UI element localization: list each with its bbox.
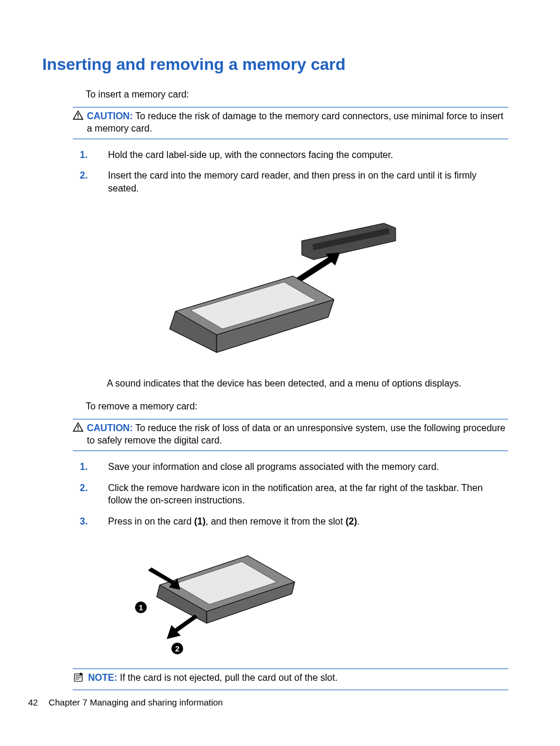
caution-text: To reduce the risk of loss of data or an… — [87, 423, 505, 446]
caution-remove: CAUTION: To reduce the risk of loss of d… — [73, 419, 508, 451]
step-item: Save your information and close all prog… — [80, 461, 508, 473]
page-number: 42 — [28, 697, 38, 707]
insert-result: A sound indicates that the device has be… — [107, 377, 508, 390]
caution-text: To reduce the risk of damage to the memo… — [87, 111, 503, 134]
note: NOTE: If the card is not ejected, pull t… — [73, 668, 508, 690]
caution-insert: CAUTION: To reduce the risk of damage to… — [73, 107, 508, 139]
remove-steps: Save your information and close all prog… — [80, 461, 508, 527]
chapter-title: Chapter 7 Managing and sharing informati… — [49, 697, 223, 707]
note-text: If the card is not ejected, pull the car… — [120, 673, 338, 683]
svg-rect-2 — [77, 425, 79, 428]
figure-insert-card — [152, 206, 399, 364]
insert-steps: Hold the card label-side up, with the co… — [80, 149, 508, 195]
step-item: Click the remove hardware icon in the no… — [80, 482, 508, 507]
svg-text:2: 2 — [175, 644, 179, 653]
svg-rect-1 — [77, 117, 79, 118]
intro-remove: To remove a memory card: — [86, 400, 508, 413]
step-text: Save your information and close all prog… — [108, 461, 508, 473]
caution-icon — [73, 422, 83, 435]
step-text: Click the remove hardware icon in the no… — [108, 482, 508, 507]
page-footer: 42 Chapter 7 Managing and sharing inform… — [28, 697, 223, 707]
caution-icon — [73, 110, 83, 123]
section-heading: Inserting and removing a memory card — [42, 55, 508, 74]
figure-remove-card: 1 2 — [130, 538, 306, 656]
step-item: Insert the card into the memory card rea… — [80, 169, 508, 194]
note-label: NOTE: — [88, 673, 117, 683]
svg-text:1: 1 — [139, 603, 143, 612]
step-text: Press in on the card (1), and then remov… — [108, 515, 508, 528]
intro-insert: To insert a memory card: — [86, 88, 508, 101]
svg-rect-0 — [77, 113, 79, 116]
svg-rect-3 — [77, 429, 79, 430]
step-item: Hold the card label-side up, with the co… — [80, 149, 508, 162]
note-icon — [73, 672, 85, 686]
step-text: Hold the card label-side up, with the co… — [108, 149, 508, 162]
caution-label: CAUTION: — [87, 423, 133, 433]
step-text: Insert the card into the memory card rea… — [108, 169, 508, 194]
caution-label: CAUTION: — [87, 111, 133, 121]
step-item: Press in on the card (1), and then remov… — [80, 515, 508, 528]
